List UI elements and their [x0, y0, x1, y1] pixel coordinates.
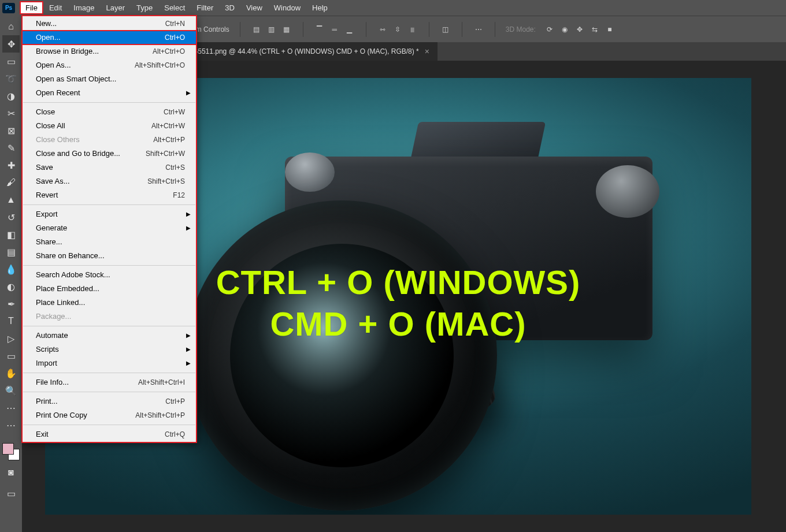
stamp-tool-icon[interactable]: ▲ [2, 191, 20, 209]
menu-view[interactable]: View [240, 1, 268, 14]
crop-tool-icon[interactable]: ✂ [2, 105, 20, 122]
menu-item-revert[interactable]: RevertF12 [22, 188, 196, 202]
type-tool-icon[interactable]: T [2, 312, 20, 330]
menu-item-shortcut: Ctrl+Q [165, 429, 185, 440]
align-top-icon[interactable]: ▔ [314, 24, 325, 35]
menu-item-export[interactable]: Export▶ [22, 207, 196, 221]
color-swatches[interactable] [2, 443, 20, 460]
menu-item-label: Generate [36, 223, 67, 233]
move-tool-icon[interactable]: ✥ [2, 35, 20, 53]
menu-3d[interactable]: 3D [219, 1, 240, 14]
3d-slide-icon[interactable]: ⇆ [589, 24, 600, 35]
align-center-h-icon[interactable]: ▥ [266, 24, 277, 35]
3d-pan-icon[interactable]: ✥ [574, 24, 585, 35]
frame-tool-icon[interactable]: ⊠ [2, 122, 20, 139]
align-to-icon[interactable]: ◫ [440, 24, 451, 35]
3d-roll-icon[interactable]: ◉ [559, 24, 570, 35]
menu-separator [23, 326, 195, 326]
hand-tool-icon[interactable]: ✋ [2, 364, 20, 382]
pen-tool-icon[interactable]: ✒ [2, 295, 20, 312]
align-center-v-icon[interactable]: ═ [329, 24, 340, 35]
align-right-icon[interactable]: ▦ [281, 24, 292, 35]
foreground-swatch[interactable] [2, 443, 14, 455]
submenu-arrow-icon: ▶ [186, 358, 191, 369]
distribute-spacing-icon[interactable]: ⫼ [407, 24, 418, 35]
menu-item-open-recent[interactable]: Open Recent▶ [22, 86, 196, 100]
menu-item-shortcut: Ctrl+O [165, 32, 185, 43]
quick-mask-icon[interactable]: ◙ [2, 464, 20, 481]
menu-item-share[interactable]: Share... [22, 235, 196, 249]
menu-layer[interactable]: Layer [101, 1, 131, 14]
zoom-tool-icon[interactable]: 🔍 [2, 382, 20, 399]
menu-item-share-on-behance[interactable]: Share on Behance... [22, 249, 196, 263]
gradient-tool-icon[interactable]: ▤ [2, 243, 20, 261]
menu-filter[interactable]: Filter [191, 1, 219, 14]
lasso-tool-icon[interactable]: ➰ [2, 70, 20, 87]
menu-item-close-and-go-to-bridge[interactable]: Close and Go to Bridge...Shift+Ctrl+W [22, 147, 196, 161]
distribute-h-icon[interactable]: ⇿ [377, 24, 388, 35]
menu-help[interactable]: Help [306, 1, 333, 14]
menu-item-label: Open... [36, 32, 61, 43]
menu-item-save-as[interactable]: Save As...Shift+Ctrl+S [22, 174, 196, 188]
align-bottom-icon[interactable]: ▁ [344, 24, 355, 35]
quick-select-tool-icon[interactable]: ◑ [2, 87, 20, 105]
home-icon[interactable]: ⌂ [2, 18, 20, 35]
distribute-v-icon[interactable]: ⇳ [392, 24, 403, 35]
3d-orbit-icon[interactable]: ⟳ [544, 24, 555, 35]
path-select-tool-icon[interactable]: ▷ [2, 330, 20, 347]
eyedropper-tool-icon[interactable]: ✎ [2, 139, 20, 157]
menu-item-close[interactable]: CloseCtrl+W [22, 105, 196, 119]
menu-item-label: Automate [36, 330, 68, 341]
edit-toolbar-icon[interactable]: ⋯ [2, 416, 20, 434]
menu-item-place-linked[interactable]: Place Linked... [22, 296, 196, 310]
menu-separator [23, 373, 195, 373]
menu-item-automate[interactable]: Automate▶ [22, 329, 196, 343]
blur-tool-icon[interactable]: 💧 [2, 261, 20, 278]
menu-edit[interactable]: Edit [43, 1, 68, 14]
eraser-tool-icon[interactable]: ◧ [2, 226, 20, 243]
menu-item-open-as-smart-object[interactable]: Open as Smart Object... [22, 72, 196, 86]
menu-item-save[interactable]: SaveCtrl+S [22, 161, 196, 174]
align-left-icon[interactable]: ▤ [251, 24, 262, 35]
marquee-tool-icon[interactable]: ▭ [2, 53, 20, 70]
menu-item-search-adobe-stock[interactable]: Search Adobe Stock... [22, 268, 196, 282]
healing-brush-tool-icon[interactable]: ✚ [2, 157, 20, 174]
menu-item-scripts[interactable]: Scripts▶ [22, 343, 196, 356]
menu-item-close-all[interactable]: Close AllAlt+Ctrl+W [22, 119, 196, 133]
menu-item-shortcut: Alt+Ctrl+P [153, 135, 185, 145]
3d-zoom-icon[interactable]: ■ [604, 24, 616, 35]
menu-item-file-info[interactable]: File Info...Alt+Shift+Ctrl+I [22, 375, 196, 389]
menu-type[interactable]: Type [131, 1, 158, 14]
menu-select[interactable]: Select [158, 1, 191, 14]
menu-item-generate[interactable]: Generate▶ [22, 221, 196, 235]
menu-separator [23, 265, 195, 266]
rectangle-tool-icon[interactable]: ▭ [2, 347, 20, 364]
menu-item-shortcut: Alt+Ctrl+W [151, 121, 185, 131]
menu-item-label: Package... [36, 311, 71, 322]
history-brush-tool-icon[interactable]: ↺ [2, 209, 20, 226]
menu-image[interactable]: Image [68, 1, 100, 14]
menu-item-package: Package... [22, 310, 196, 323]
menu-item-label: Close All [36, 121, 65, 131]
file-menu-dropdown: New...Ctrl+NOpen...Ctrl+OBrowse in Bridg… [22, 16, 196, 442]
dodge-tool-icon[interactable]: ◐ [2, 278, 20, 295]
more-tools-icon[interactable]: ⋯ [2, 399, 20, 416]
menu-item-place-embedded[interactable]: Place Embedded... [22, 282, 196, 296]
close-tab-icon[interactable]: × [425, 47, 429, 56]
menu-file[interactable]: File [20, 1, 43, 14]
more-options-icon[interactable]: ⋯ [473, 24, 484, 35]
menu-item-print-one-copy[interactable]: Print One CopyAlt+Shift+Ctrl+P [22, 408, 196, 422]
menu-item-import[interactable]: Import▶ [22, 356, 196, 370]
menu-item-label: Place Linked... [36, 297, 85, 308]
menu-window[interactable]: Window [268, 1, 306, 14]
screen-mode-icon[interactable]: ▭ [2, 485, 20, 502]
menu-item-open-as[interactable]: Open As...Alt+Shift+Ctrl+O [22, 58, 196, 72]
menu-item-open[interactable]: Open...Ctrl+O [22, 31, 196, 44]
menu-item-browse-in-bridge[interactable]: Browse in Bridge...Alt+Ctrl+O [22, 44, 196, 58]
menu-item-print[interactable]: Print...Ctrl+P [22, 395, 196, 408]
brush-tool-icon[interactable]: 🖌 [2, 174, 20, 191]
menu-item-shortcut: Alt+Shift+Ctrl+I [138, 377, 185, 388]
menu-item-exit[interactable]: ExitCtrl+Q [22, 427, 196, 441]
menu-item-label: Exit [36, 429, 49, 440]
menu-item-new[interactable]: New...Ctrl+N [22, 17, 196, 31]
